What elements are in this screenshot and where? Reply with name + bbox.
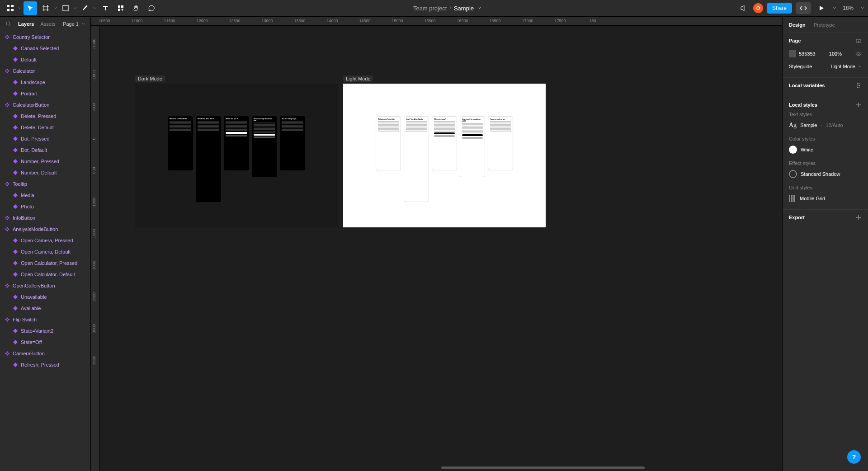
canvas[interactable]: 1050011000115001200012500130001350014000… <box>91 17 782 471</box>
layer-label: Portrait <box>21 91 37 96</box>
comment-tool[interactable] <box>145 1 158 15</box>
mockup-screen[interactable]: How Price After Works <box>196 116 221 202</box>
layer-variant[interactable]: Photo <box>0 201 90 212</box>
layer-component[interactable]: CalculatorButton <box>0 99 90 110</box>
variant-icon <box>13 249 18 254</box>
layer-variant[interactable]: Number, Pressed <box>0 155 90 167</box>
layer-component[interactable]: Calculator <box>0 65 90 76</box>
move-tool[interactable] <box>24 1 37 15</box>
text-style-preview: Ag <box>789 122 797 129</box>
layer-variant[interactable]: State=Off <box>0 336 90 348</box>
mockup-screen[interactable]: Where are you ? <box>432 116 457 170</box>
layer-variant[interactable]: Open Calculator, Pressed <box>0 257 90 268</box>
text-styles-label: Text styles <box>789 112 862 117</box>
chevron-down-icon[interactable] <box>93 6 97 10</box>
layer-variant[interactable]: Refresh, Pressed <box>0 359 90 370</box>
share-button[interactable]: Share <box>767 3 792 14</box>
visibility-icon[interactable] <box>855 51 862 57</box>
add-style-icon[interactable] <box>855 102 862 108</box>
layer-variant[interactable]: Open Camera, Pressed <box>0 235 90 246</box>
layer-label: Canada Selected <box>21 46 59 51</box>
grid-style-mobile[interactable]: Mobile Grid <box>789 192 862 205</box>
resources-button[interactable] <box>114 1 127 15</box>
prototype-settings-icon[interactable] <box>855 38 862 44</box>
layer-variant[interactable]: Number, Default <box>0 167 90 178</box>
layer-variant[interactable]: Delete, Pressed <box>0 110 90 122</box>
layer-variant[interactable]: Canada Selected <box>0 42 90 54</box>
pen-tool[interactable] <box>79 1 92 15</box>
layer-variant[interactable]: Delete, Default <box>0 122 90 133</box>
search-icon[interactable] <box>5 21 12 27</box>
frame-label-dark[interactable]: Dark Mode <box>135 75 165 82</box>
horizontal-scrollbar[interactable] <box>441 466 645 469</box>
text-style-sample[interactable]: Ag Sample · 12/Auto <box>789 119 862 132</box>
ruler-tick: 14000 <box>326 19 338 23</box>
tab-prototype[interactable]: Prototype <box>814 22 835 28</box>
project-name[interactable]: Team project <box>413 5 447 12</box>
shape-tool[interactable] <box>59 1 72 15</box>
chevron-down-icon[interactable] <box>477 6 481 10</box>
page-selector[interactable]: Page 1 <box>63 21 85 27</box>
page-color-hex[interactable]: 535353 <box>799 51 816 57</box>
layer-component[interactable]: CameraButton <box>0 348 90 359</box>
chevron-down-icon[interactable] <box>73 6 77 10</box>
avatar[interactable]: O <box>753 3 763 13</box>
ruler-tick: 17000 <box>522 19 533 23</box>
layer-variant[interactable]: State=Variant2 <box>0 325 90 336</box>
layer-variant[interactable]: Open Calculator, Default <box>0 268 90 280</box>
help-button[interactable]: ? <box>847 450 861 464</box>
component-icon <box>5 34 10 40</box>
layer-variant[interactable]: Dot, Pressed <box>0 133 90 144</box>
layer-label: Available <box>21 306 41 311</box>
layer-component[interactable]: Country Selector <box>0 31 90 42</box>
mockup-screen[interactable]: How much tip should we add? <box>460 116 485 177</box>
present-button[interactable] <box>815 1 828 15</box>
tab-design[interactable]: Design <box>789 22 806 28</box>
dev-mode-button[interactable] <box>796 2 811 14</box>
layer-variant[interactable]: Available <box>0 302 90 314</box>
mockup-screen[interactable]: How Price After Works <box>404 116 429 202</box>
mockup-screen[interactable]: How much tip should we add? <box>252 116 277 177</box>
layer-variant[interactable]: Unavailable <box>0 291 90 302</box>
layer-component[interactable]: Tooltip <box>0 178 90 189</box>
layer-variant[interactable]: Default <box>0 54 90 65</box>
tab-assets[interactable]: Assets <box>40 21 55 27</box>
chevron-down-icon[interactable] <box>833 6 836 10</box>
mockup-screen[interactable]: Welcome to Price After <box>168 116 193 170</box>
mockup-screen[interactable]: You are ready to go. <box>280 116 305 170</box>
chevron-down-icon[interactable] <box>858 65 862 68</box>
frame-tool[interactable] <box>39 1 52 15</box>
variables-settings-icon[interactable] <box>855 82 862 89</box>
effect-style-shadow[interactable]: Standard Shadow <box>789 168 862 180</box>
layer-component[interactable]: OpenGalleryButton <box>0 280 90 291</box>
layer-variant[interactable]: Portrait <box>0 88 90 99</box>
layer-component[interactable]: InfoButton <box>0 212 90 223</box>
audio-button[interactable] <box>736 1 750 15</box>
chevron-down-icon[interactable] <box>861 6 864 10</box>
hand-tool[interactable] <box>129 1 143 15</box>
chevron-down-icon[interactable] <box>53 6 57 10</box>
styleguide-value[interactable]: Light Mode <box>831 64 855 69</box>
main-menu-button[interactable] <box>4 1 17 15</box>
add-export-icon[interactable] <box>855 214 862 221</box>
text-tool[interactable] <box>99 1 112 15</box>
layer-component[interactable]: Flip Switch <box>0 314 90 325</box>
tab-layers[interactable]: Layers <box>18 21 34 27</box>
layer-variant[interactable]: Dot, Default <box>0 144 90 155</box>
file-name[interactable]: Sample <box>454 5 474 12</box>
mockup-screen[interactable]: Welcome to Price After <box>376 116 401 170</box>
chevron-down-icon[interactable] <box>18 6 22 10</box>
mockup-screen[interactable]: Where are you ? <box>224 116 249 170</box>
mockup-screen[interactable]: You are ready to go. <box>488 116 513 170</box>
page-color-swatch[interactable] <box>789 50 796 57</box>
page-color-opacity[interactable]: 100% <box>829 51 842 57</box>
layer-variant[interactable]: Landscape <box>0 76 90 88</box>
frame-label-light[interactable]: Light Mode <box>343 75 373 82</box>
layer-variant[interactable]: Open Camera, Default <box>0 246 90 257</box>
layer-component[interactable]: AnalysisModeButton <box>0 223 90 235</box>
layer-variant[interactable]: Media <box>0 189 90 201</box>
color-style-white[interactable]: White <box>789 143 862 156</box>
layer-label: Open Calculator, Default <box>21 272 75 277</box>
svg-rect-6 <box>121 5 123 8</box>
zoom-level[interactable]: 18% <box>840 5 856 11</box>
